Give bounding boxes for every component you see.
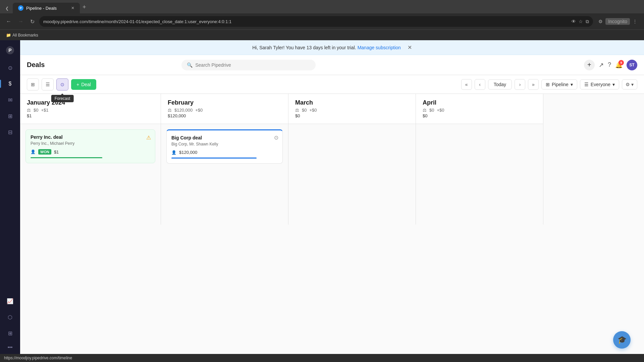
trial-banner-close-button[interactable]: ✕ [408,44,412,51]
won-badge: WON [38,149,51,155]
nav-last-button[interactable]: » [528,79,539,90]
settings-icon: ⚙ [626,82,630,87]
nav-prev-button[interactable]: ‹ [475,79,485,90]
deal-action-icon[interactable]: ⊙ [274,134,278,141]
reload-button[interactable]: ↻ [28,17,37,26]
add-deal-button[interactable]: + Deal [71,79,96,90]
sidebar-item-insights[interactable]: 📈 [3,294,17,308]
bigcorp-deal-company: Big Corp, Mr. Shawn Kelly [171,142,278,146]
bigcorp-deal-value: $120,000 [179,150,197,155]
active-tab[interactable]: P Pipeline - Deals ✕ [13,3,80,13]
home-icon: ⊙ [8,65,12,71]
april-column: April ⚖ $0 +$0 $0 [416,94,543,225]
share-button[interactable]: ↗ [599,61,604,69]
nav-first-button[interactable]: « [461,79,472,90]
list-icon: ☰ [46,82,50,87]
kanban-icon: ⊞ [31,82,35,87]
january-title: January 2024 [27,99,154,106]
january-column: January 2024 ⚖ $0 +$1 $1 Perry Inc. deal [20,94,161,225]
april-title: April [423,99,536,106]
sidebar: P ⊙ $ ✉ ⊞ ⊟ 📈 ⬡ [0,40,20,354]
back-button[interactable]: ← [4,17,13,26]
manage-subscription-link[interactable]: Manage subscription [358,45,401,50]
january-delta: +$1 [41,108,48,113]
bigcorp-deal-title: Big Corp deal [171,135,278,140]
reports-icon: ⊟ [8,129,12,135]
forward-button[interactable]: → [16,17,25,26]
perry-deal-value: $1 [54,149,59,155]
address-bar[interactable]: moodjoy.pipedrive.com/timeline/month/202… [39,16,593,27]
april-stats: ⚖ $0 +$0 [423,108,536,113]
user-avatar[interactable]: ST [627,60,637,70]
deals-icon: $ [9,81,12,87]
pipeline-label: Pipeline [552,82,569,87]
february-stats: ⚖ $120,000 +$0 [168,108,281,113]
april-balance: $0 [429,108,434,113]
sidebar-item-deals[interactable]: $ [3,76,17,91]
march-stats: ⚖ $0 +$0 [295,108,409,113]
bigcorp-deal-card[interactable]: Big Corp deal Big Corp, Mr. Shawn Kelly … [166,129,283,164]
january-header: January 2024 ⚖ $0 +$1 $1 [20,94,161,124]
settings-button[interactable]: ⚙ ▾ [622,79,637,89]
insights-icon: 📈 [7,298,13,304]
sidebar-item-grid[interactable]: ⊞ [3,326,17,341]
split-view-icon[interactable]: ⧉ [586,19,589,24]
nav-next-button[interactable]: › [515,79,525,90]
top-bar: Deals 🔍 + ↗ ? 🔔 9 ST [20,55,644,75]
pipeline-chevron-icon: ▾ [571,82,573,87]
kanban-view-button[interactable]: ⊞ [27,78,39,90]
status-url: https://moodjoy.pipedrive.com/timeline [4,356,72,360]
forecast-tooltip-label: Forecast [51,95,74,102]
sidebar-item-calendar[interactable]: ⊞ [3,109,17,123]
perry-deal-title: Perry Inc. deal [31,134,150,140]
february-header: February ⚖ $120,000 +$0 $120,000 [161,94,288,124]
tab-title: Pipeline - Deals [26,6,57,11]
tab-list-button[interactable]: ❮ [3,3,11,13]
march-title: March [295,99,409,106]
april-delta: +$0 [437,108,444,113]
february-title: February [168,99,281,106]
bigcorp-person-icon: 👤 [171,150,176,155]
january-body: Perry Inc. deal Perry Inc., Michael Perr… [20,124,161,225]
app-logo[interactable]: P [4,44,16,56]
list-view-button[interactable]: ☰ [42,78,54,90]
february-column: February ⚖ $120,000 +$0 $120,000 Big Cor… [161,94,288,225]
more-options-icon[interactable]: ⋮ [633,19,637,24]
star-icon[interactable]: ☆ [579,19,583,24]
bookmarks-folder[interactable]: 📁 All Bookmarks [4,32,40,38]
sidebar-item-reports[interactable]: ⊟ [3,125,17,139]
person-icon: 👤 [31,149,36,154]
perry-deal-progress [31,157,102,158]
january-balance: $0 [34,108,38,113]
search-box: 🔍 [181,60,316,70]
sidebar-more-button[interactable]: ••• [8,345,13,350]
everyone-dropdown[interactable]: ☰ Everyone ▾ [580,79,619,89]
notification-button[interactable]: 🔔 9 [615,61,623,69]
extension-icon[interactable]: ⚙ [598,19,603,24]
grid-icon: ⊞ [8,330,12,337]
help-fab-button[interactable]: 🎓 [613,331,631,349]
search-input[interactable] [195,62,310,68]
help-button[interactable]: ? [608,61,611,68]
pipeline-dropdown[interactable]: ⊞ Pipeline ▾ [541,79,577,89]
sidebar-item-integrations[interactable]: ⬡ [3,310,17,324]
perry-deal-card[interactable]: Perry Inc. deal Perry Inc., Michael Perr… [25,129,155,163]
new-tab-button[interactable]: + [80,1,89,13]
today-button[interactable]: Today [488,79,512,89]
april-body [416,124,543,225]
sidebar-item-home[interactable]: ⊙ [3,60,17,75]
graduation-cap-icon: 🎓 [618,336,627,344]
perry-deal-company: Perry Inc., Michael Perry [31,141,150,146]
tab-close-button[interactable]: ✕ [71,6,74,10]
page-title: Deals [27,61,45,69]
trial-banner: Hi, Sarah Tyler! You have 13 days left i… [20,40,644,55]
february-body: Big Corp deal Big Corp, Mr. Shawn Kelly … [161,124,288,225]
bigcorp-deal-footer: 👤 $120,000 [171,150,278,155]
toolbar-right: « ‹ Today › » ⊞ Pipeline ▾ ☰ Everyone ▾ [461,79,637,90]
trial-message: Hi, Sarah Tyler! You have 13 days left i… [252,45,356,50]
january-stats: ⚖ $0 +$1 [27,108,154,113]
sidebar-item-mail[interactable]: ✉ [3,93,17,107]
march-header: March ⚖ $0 +$0 $0 [288,94,416,124]
forecast-view-button[interactable]: ⊙ Forecast [56,78,68,90]
add-button[interactable]: + [584,60,595,70]
